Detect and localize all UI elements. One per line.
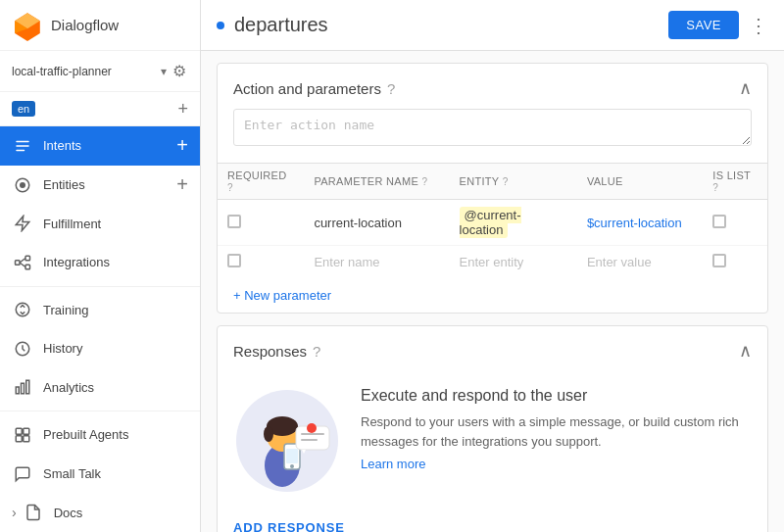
sidebar-item-entities[interactable]: Entities + [0, 166, 200, 205]
svg-rect-17 [22, 384, 24, 395]
svg-line-12 [20, 258, 25, 263]
sidebar-item-prebuilt-agents[interactable]: Prebuilt Agents [0, 415, 200, 455]
entity-help-icon[interactable]: ? [503, 176, 509, 187]
integrations-icon [12, 254, 33, 271]
entity-cell-2: Enter entity [450, 246, 577, 279]
is-list-cell-1 [703, 200, 767, 246]
is-list-help-icon[interactable]: ? [712, 182, 718, 193]
sidebar-item-integrations-label: Integrations [43, 255, 188, 269]
sidebar-item-fulfillment[interactable]: Fulfillment [0, 204, 200, 243]
analytics-icon [12, 378, 33, 396]
value-cell-1: $current-location [577, 200, 703, 246]
sidebar-item-intents[interactable]: Intents + [0, 126, 200, 166]
sidebar-header: Dialogflow [0, 0, 200, 51]
param-name-cell-1: current-location [304, 200, 449, 246]
params-table: REQUIRED ? PARAMETER NAME ? ENTITY ? V [218, 163, 767, 278]
language-badge[interactable]: en [12, 101, 35, 117]
project-row: local-traffic-planner ▾ ⚙ [0, 51, 200, 92]
new-param-link[interactable]: + New parameter [218, 278, 347, 313]
responses-help-icon[interactable]: ? [313, 343, 320, 360]
table-row: current-location @current-location $curr… [218, 200, 767, 246]
lang-row: en + [0, 92, 200, 126]
responses-description: Respond to your users with a simple mess… [361, 412, 752, 451]
logo-icon [12, 10, 43, 41]
more-options-icon[interactable]: ⋮ [749, 14, 768, 37]
svg-rect-9 [16, 260, 21, 265]
entity-tag-1: @current-location [460, 207, 521, 238]
intents-icon [12, 137, 33, 155]
content-area: Action and parameters ? ∧ REQUIRED ? PAR… [201, 51, 784, 532]
entity-placeholder-2: Enter entity [460, 255, 524, 269]
svg-point-30 [290, 464, 294, 468]
learn-more-link[interactable]: Learn more [361, 457, 425, 471]
training-icon [12, 301, 33, 318]
sidebar-item-intents-label: Intents [43, 138, 176, 153]
required-checkbox-1[interactable] [227, 215, 241, 228]
svg-marker-8 [16, 217, 29, 231]
action-params-help-icon[interactable]: ? [387, 80, 395, 97]
save-button[interactable]: SAVE [668, 11, 739, 39]
col-required: REQUIRED ? [218, 164, 304, 200]
value-link-1: $current-location [587, 216, 682, 230]
svg-rect-22 [24, 436, 29, 442]
table-row: Enter name Enter entity Enter value [218, 246, 767, 279]
add-response-button[interactable]: ADD RESPONSE [218, 510, 361, 532]
svg-rect-3 [16, 141, 29, 143]
svg-rect-10 [25, 256, 30, 261]
svg-rect-18 [26, 381, 29, 395]
responses-title: Responses ? [233, 343, 320, 360]
svg-rect-29 [286, 449, 298, 463]
prebuilt-icon [12, 426, 33, 444]
action-name-input[interactable] [233, 109, 752, 146]
svg-rect-19 [16, 428, 22, 434]
action-params-section: Action and parameters ? ∧ REQUIRED ? PAR… [217, 63, 768, 314]
sidebar-item-analytics[interactable]: Analytics [0, 368, 200, 408]
responses-title-text: Responses [233, 343, 307, 360]
svg-rect-21 [16, 436, 22, 442]
sidebar-item-integrations[interactable]: Integrations [0, 243, 200, 282]
sidebar-item-history[interactable]: History [0, 329, 200, 368]
responses-illustration [233, 387, 341, 495]
settings-icon[interactable]: ⚙ [171, 60, 188, 82]
small-talk-icon [12, 465, 33, 483]
responses-header: Responses ? ∧ [218, 326, 767, 371]
svg-rect-5 [16, 150, 24, 152]
svg-rect-11 [25, 265, 30, 269]
required-help-icon[interactable]: ? [227, 182, 233, 193]
action-params-header: Action and parameters ? ∧ [218, 64, 767, 109]
col-param-name: PARAMETER NAME ? [304, 164, 449, 200]
is-list-cell-2 [703, 246, 767, 279]
sidebar-item-entities-label: Entities [43, 177, 176, 192]
topbar: departures SAVE ⋮ [201, 0, 784, 51]
docs-chevron-icon: › [12, 505, 17, 520]
col-entity: ENTITY ? [450, 164, 577, 200]
svg-rect-20 [24, 428, 29, 434]
required-cell-2 [218, 246, 304, 279]
sidebar-item-docs[interactable]: › Docs [0, 493, 200, 532]
responses-text-area: Execute and respond to the user Respond … [361, 387, 752, 471]
required-checkbox-2[interactable] [227, 254, 241, 267]
sidebar: Dialogflow local-traffic-planner ▾ ⚙ en … [0, 0, 201, 532]
sidebar-item-history-label: History [43, 341, 188, 356]
responses-collapse-icon[interactable]: ∧ [739, 340, 752, 362]
sidebar-item-prebuilt-label: Prebuilt Agents [43, 427, 188, 442]
history-icon [12, 340, 33, 358]
is-list-checkbox-2[interactable] [712, 254, 726, 267]
sidebar-item-analytics-label: Analytics [43, 380, 188, 395]
param-name-help-icon[interactable]: ? [421, 176, 427, 187]
add-entity-icon[interactable]: + [176, 173, 188, 196]
responses-body: Execute and respond to the user Respond … [218, 371, 767, 510]
add-intent-icon[interactable]: + [176, 134, 188, 157]
main-content: departures SAVE ⋮ Action and parameters … [201, 0, 784, 532]
param-name-placeholder-2: Enter name [314, 255, 379, 269]
sidebar-item-training[interactable]: Training [0, 290, 200, 329]
add-language-icon[interactable]: + [177, 99, 188, 120]
sidebar-item-small-talk[interactable]: Small Talk [0, 455, 200, 494]
illustration-svg [233, 387, 341, 495]
logo-text: Dialogflow [51, 17, 119, 33]
docs-icon [23, 504, 44, 521]
action-params-collapse-icon[interactable]: ∧ [739, 77, 752, 99]
required-cell [218, 200, 304, 246]
project-dropdown-arrow[interactable]: ▾ [161, 65, 167, 78]
is-list-checkbox-1[interactable] [712, 215, 726, 228]
